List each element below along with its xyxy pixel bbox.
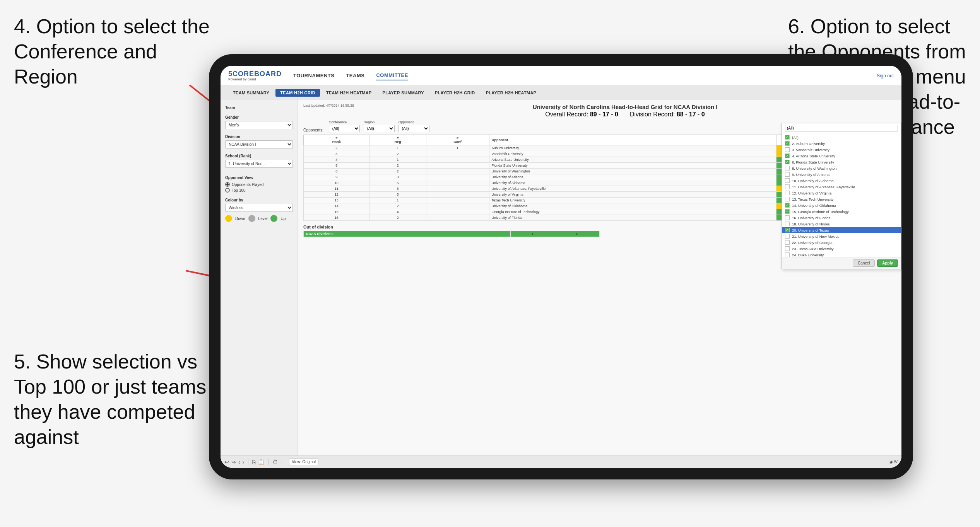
nav-tournaments[interactable]: TOURNAMENTS (293, 71, 334, 80)
gender-select[interactable]: Men's (225, 121, 293, 129)
cell-opponent: Florida State University (489, 163, 776, 169)
radio-opponents-played[interactable]: Opponents Played (225, 182, 293, 187)
redo-icon[interactable]: ↪ (231, 459, 236, 465)
check-box (785, 215, 790, 220)
dropdown-item-label: 24. Duke University (792, 253, 824, 257)
dropdown-item[interactable]: 22. University of Georgia (782, 239, 901, 246)
dropdown-list: ✓ (All) ✓ 2. Auburn University 3. Vander… (782, 133, 901, 257)
cell-rank: 13 (304, 198, 369, 203)
dropdown-item[interactable]: 18. University of Illinois (782, 221, 901, 227)
dropdown-item-label: 3. Vanderbilt University (792, 148, 829, 152)
dropdown-item[interactable]: 13. Texas Tech University (782, 196, 901, 202)
nav-team-h2h-heatmap[interactable]: TEAM H2H HEATMAP (322, 89, 376, 97)
nav-committee[interactable]: COMMITTEE (376, 71, 408, 80)
check-box: ✓ (785, 141, 790, 146)
filter-opponent: Opponent (All) (398, 120, 429, 132)
cell-rank: 15 (304, 209, 369, 215)
dropdown-item[interactable]: ✓ 14. University of Oklahoma (782, 202, 901, 208)
dropdown-item[interactable]: 21. University of New Mexico (782, 233, 901, 239)
dropdown-item[interactable]: ✓ 2. Auburn University (782, 140, 901, 147)
cell-rank: 12 (304, 192, 369, 198)
clock-icon[interactable]: ⏱ (272, 459, 278, 465)
dropdown-item[interactable]: ✓ 4. Arizona State University (782, 153, 901, 159)
cell-conf (426, 215, 489, 221)
cell-conf (426, 157, 489, 163)
nav-teams[interactable]: TEAMS (346, 71, 364, 80)
dropdown-item[interactable]: 9. University of Arizona (782, 171, 901, 177)
dropdown-item[interactable]: 23. Texas A&M University (782, 246, 901, 252)
dropdown-item-label: 16. University of Florida (792, 216, 831, 220)
nav-team-summary[interactable]: TEAM SUMMARY (228, 89, 274, 97)
logo-text: 5COREBOARD (228, 70, 282, 78)
dropdown-search[interactable] (785, 125, 898, 131)
dropdown-item[interactable]: 11. University of Arkansas, Fayetteville (782, 184, 901, 190)
region-filter-select[interactable]: (All) (364, 125, 395, 132)
dropdown-header (782, 123, 901, 133)
dropdown-item[interactable]: 16. University of Florida (782, 215, 901, 221)
legend-down (225, 215, 232, 222)
division-label: Division (225, 135, 293, 139)
nav-team-h2h-grid[interactable]: TEAM H2H GRID (275, 89, 320, 97)
cell-rank: 9 (304, 174, 369, 180)
school-select[interactable]: 1. University of Nort... (225, 160, 293, 168)
tablet: 5COREBOARD Powered by cloud TOURNAMENTS … (209, 54, 913, 479)
check-box (785, 222, 790, 226)
copy-icon[interactable]: ⎘ (252, 459, 255, 465)
filter-conference: Conference (All) (329, 120, 360, 132)
dropdown-item[interactable]: ✓ (All) (782, 134, 901, 140)
annotation-top-left: 4. Option to select the Conference and R… (14, 14, 211, 89)
center-content: Last Updated: 4/7/2014 16:55:38 Universi… (298, 100, 901, 455)
cell-reg: 3 (369, 174, 426, 180)
nav-signout[interactable]: Sign out (877, 73, 894, 78)
dropdown-item[interactable]: 10. University of Alabama (782, 177, 901, 184)
back-icon[interactable]: ‹ (238, 459, 240, 465)
dropdown-item-label: 2. Auburn University (792, 142, 825, 146)
cell-reg: 6 (369, 186, 426, 192)
radio-top100[interactable]: Top 100 (225, 188, 293, 193)
dropdown-item[interactable]: ✓ 6. Florida State University (782, 159, 901, 165)
cell-reg: 2 (369, 169, 426, 174)
nav-items: TOURNAMENTS TEAMS COMMITTEE (293, 71, 877, 80)
forward-icon[interactable]: › (243, 459, 245, 465)
division-select[interactable]: NCAA Division I (225, 140, 293, 148)
cell-opponent: Auburn University (489, 145, 776, 151)
dropdown-item-label: 11. University of Arkansas, Fayetteville (792, 185, 855, 189)
conference-filter-select[interactable]: (All) (329, 125, 360, 132)
dropdown-item[interactable]: 12. University of Virginia (782, 190, 901, 196)
opponent-filter-select[interactable]: (All) (398, 125, 429, 132)
undo-icon[interactable]: ↩ (224, 459, 229, 465)
check-box: ✓ (785, 135, 790, 140)
nav-player-h2h-heatmap[interactable]: PLAYER H2H HEATMAP (481, 89, 541, 97)
dropdown-item[interactable]: 24. Duke University (782, 252, 901, 257)
legend-level (248, 215, 255, 222)
sidebar-opponent-view-section: Opponent View Opponents Played Top 100 (225, 176, 293, 193)
nav-player-summary[interactable]: PLAYER SUMMARY (378, 89, 429, 97)
dropdown-footer: Cancel Apply (782, 257, 901, 269)
dropdown-item-label: 4. Arizona State University (792, 154, 835, 158)
check-box (785, 172, 790, 177)
check-box (785, 240, 790, 245)
cancel-button[interactable]: Cancel (853, 259, 875, 267)
dropdown-item[interactable]: 3. Vanderbilt University (782, 147, 901, 153)
check-box: ✓ (785, 160, 790, 164)
cell-reg: 2 (369, 163, 426, 169)
dropdown-item-label: 9. University of Arizona (792, 172, 829, 177)
dropdown-item[interactable]: ✓ 15. Georgia Institute of Technology (782, 208, 901, 215)
check-box (785, 252, 790, 257)
second-nav: TEAM SUMMARY TEAM H2H GRID TEAM H2H HEAT… (221, 86, 901, 100)
out-division-win: 1 (510, 231, 555, 237)
col-conf: #Conf (426, 135, 489, 145)
dropdown-item-label: 23. Texas A&M University (792, 247, 834, 251)
colour-select[interactable]: Win/loss (225, 204, 293, 212)
paste-icon[interactable]: 📋 (258, 459, 264, 465)
apply-button[interactable]: Apply (877, 259, 898, 267)
cell-rank: 11 (304, 186, 369, 192)
cell-rank: 8 (304, 169, 369, 174)
nav-player-h2h-grid[interactable]: PLAYER H2H GRID (430, 89, 480, 97)
dropdown-item[interactable]: 8. University of Washington (782, 165, 901, 171)
legend-down-label: Down (235, 217, 245, 221)
record-row: Overall Record: 89 - 17 - 0 Division Rec… (354, 111, 896, 118)
opponent-dropdown[interactable]: ✓ (All) ✓ 2. Auburn University 3. Vander… (782, 123, 901, 269)
radio-label-opponents: Opponents Played (232, 182, 263, 187)
dropdown-item[interactable]: ✓ 20. University of Texas (782, 227, 901, 233)
